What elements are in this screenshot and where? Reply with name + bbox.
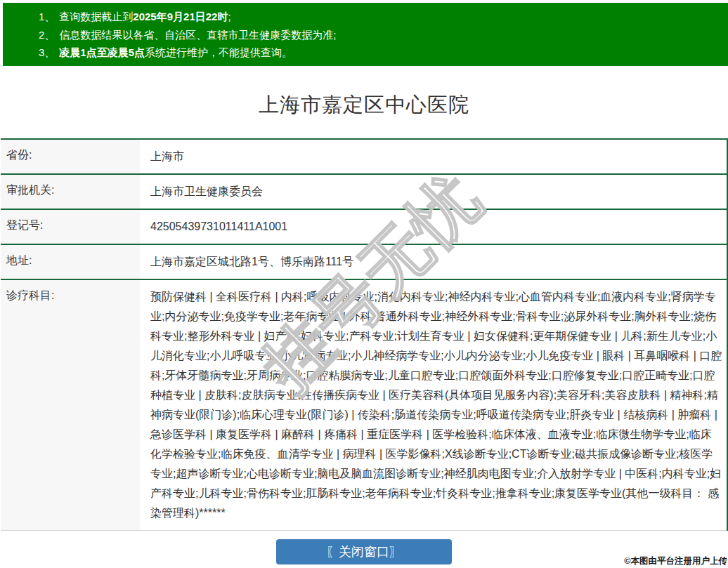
notice-number: 1、 bbox=[39, 11, 55, 22]
row-value: 上海市 bbox=[140, 139, 727, 174]
notice-text: 查询数据截止到 bbox=[59, 11, 133, 22]
row-value: 上海市卫生健康委员会 bbox=[140, 174, 727, 209]
close-window-button[interactable]: 〖关闭窗口〗 bbox=[276, 539, 452, 564]
row-value: 上海市嘉定区城北路1号、博乐南路111号 bbox=[140, 244, 727, 279]
notice-line-1: 1、查询数据截止到2025年9月21日22时; bbox=[39, 8, 721, 26]
table-row-departments: 诊疗科目: 预防保健科 | 全科医疗科 | 内科;呼吸内科专业;消化内科专业;神… bbox=[1, 279, 727, 531]
notice-bold-text: 2025年9月21日22时 bbox=[133, 11, 228, 22]
notice-text: ; bbox=[228, 11, 230, 22]
notice-text: 系统进行维护，不能提供查询。 bbox=[145, 46, 292, 58]
institution-info-table: 省份: 上海市 审批机关: 上海市卫生健康委员会 登记号: 4250543973… bbox=[1, 138, 728, 531]
notice-text: 信息数据结果以各省、自治区、直辖市卫生健康委数据为准; bbox=[59, 29, 336, 41]
query-result-page: 1、查询数据截止到2025年9月21日22时; 2、信息数据结果以各省、自治区、… bbox=[0, 0, 728, 568]
row-label: 诊疗科目: bbox=[1, 279, 140, 531]
notice-bold-text: 凌晨1点至凌晨5点 bbox=[59, 46, 145, 58]
notice-number: 3、 bbox=[39, 46, 55, 58]
row-label: 登记号: bbox=[1, 209, 140, 244]
row-label: 省份: bbox=[1, 139, 140, 174]
table-row-address: 地址: 上海市嘉定区城北路1号、博乐南路111号 bbox=[1, 244, 727, 279]
copyright-credit: ©本图由平台注册用户上传 bbox=[624, 555, 727, 567]
notice-line-2: 2、信息数据结果以各省、自治区、直辖市卫生健康委数据为准; bbox=[39, 26, 721, 44]
notice-banner: 1、查询数据截止到2025年9月21日22时; 2、信息数据结果以各省、自治区、… bbox=[3, 3, 728, 66]
button-row: 〖关闭窗口〗 bbox=[0, 539, 728, 564]
table-row-registration-number: 登记号: 42505439731011411A1001 bbox=[1, 209, 727, 244]
table-row-province: 省份: 上海市 bbox=[1, 139, 727, 174]
row-value: 预防保健科 | 全科医疗科 | 内科;呼吸内科专业;消化内科专业;神经内科专业;… bbox=[140, 279, 727, 531]
row-label: 地址: bbox=[1, 244, 140, 279]
row-value: 42505439731011411A1001 bbox=[140, 209, 727, 244]
hospital-title: 上海市嘉定区中心医院 bbox=[0, 66, 728, 138]
notice-line-3: 3、凌晨1点至凌晨5点系统进行维护，不能提供查询。 bbox=[39, 44, 721, 62]
table-row-approval-authority: 审批机关: 上海市卫生健康委员会 bbox=[1, 174, 727, 209]
row-label: 审批机关: bbox=[1, 174, 140, 209]
notice-number: 2、 bbox=[39, 29, 55, 41]
